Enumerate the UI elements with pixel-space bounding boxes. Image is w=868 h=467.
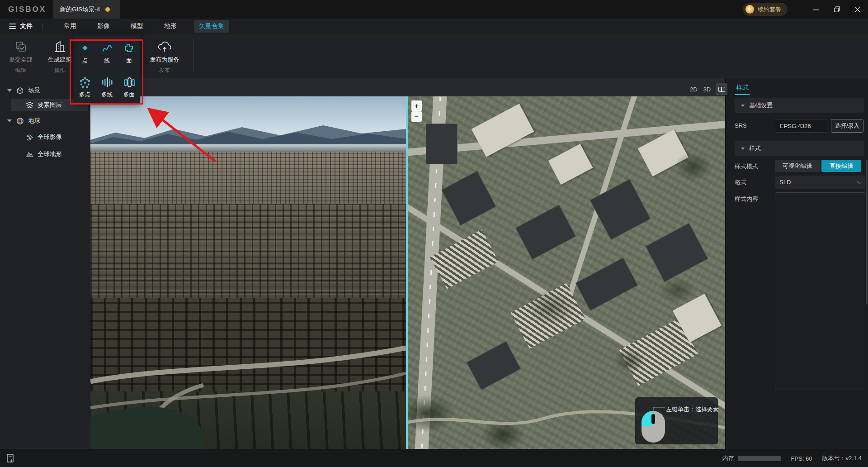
terrain-icon xyxy=(25,151,34,158)
caret-down-icon[interactable] xyxy=(7,89,12,92)
menu-separator xyxy=(42,23,43,30)
tool-multipoint-label: 多点 xyxy=(79,91,90,99)
operation-group-caption: 操作 xyxy=(54,67,65,74)
creek-path xyxy=(408,96,725,449)
menu-file[interactable]: 文件 xyxy=(20,22,33,30)
menu-bar: 文件 常用 影像 模型 地形 矢量合集 xyxy=(0,19,868,34)
app-logo: GISBOX xyxy=(8,0,46,19)
tree-item-global-imagery-label: 全球影像 xyxy=(38,133,62,141)
split-view-button[interactable] xyxy=(716,83,727,95)
polygon-icon xyxy=(123,41,136,56)
menu-imagery[interactable]: 影像 xyxy=(97,22,110,30)
style-mode-label: 样式模式 xyxy=(735,162,758,171)
tool-multipolygon[interactable]: 多面 xyxy=(118,69,140,103)
generate-building-button[interactable] xyxy=(53,39,66,54)
renew-plan-button[interactable]: 续约套餐 xyxy=(743,3,788,16)
line-icon xyxy=(101,41,113,56)
layer-tree-sidebar: 场景 要素图层 地球 全球影像 全球地形 xyxy=(0,78,90,449)
caret-down-icon[interactable] xyxy=(7,119,12,122)
memory-bar xyxy=(738,456,781,461)
tool-point-label: 点 xyxy=(82,57,88,65)
mouse-hint-overlay: 左键单击：选择要素 xyxy=(635,397,718,444)
status-indicators: 内存 FPS: 60 版本号：v2.1.4 xyxy=(722,449,862,467)
restore-button[interactable] xyxy=(826,0,847,19)
style-content-label: 样式内容 xyxy=(735,195,758,203)
menu-common[interactable]: 常用 xyxy=(64,22,76,30)
submit-all-icon xyxy=(14,40,28,53)
memory-indicator: 内存 xyxy=(722,454,781,462)
mouse-icon xyxy=(642,411,665,443)
tool-line-label: 线 xyxy=(104,57,110,65)
split-view-icon xyxy=(718,87,725,92)
menu-model[interactable]: 模型 xyxy=(131,22,143,30)
publish-group-caption: 发布 xyxy=(159,67,170,74)
minimize-button[interactable] xyxy=(806,0,826,19)
globe-icon xyxy=(15,117,24,125)
multiline-icon xyxy=(101,75,113,90)
map-zoom-control: + − xyxy=(411,100,422,122)
menu-vector-collection[interactable]: 矢量合集 xyxy=(194,20,229,33)
tool-polygon[interactable]: 面 xyxy=(118,35,140,69)
visual-edit-button[interactable]: 可视化编辑 xyxy=(775,160,820,172)
building-icon xyxy=(53,40,66,53)
ribbon-separator xyxy=(193,39,194,72)
lightning-icon xyxy=(745,5,754,14)
fps-indicator: FPS: 60 xyxy=(791,455,812,462)
cloud-upload-icon xyxy=(156,40,173,53)
section-style-label: 样式 xyxy=(749,144,761,152)
console-panel-icon xyxy=(6,453,15,463)
multipoint-icon xyxy=(79,75,91,90)
section-style[interactable]: 样式 xyxy=(735,141,864,156)
tool-multiline[interactable]: 多线 xyxy=(96,69,118,103)
srs-input[interactable] xyxy=(775,119,827,133)
srs-select-button[interactable]: 选择/录入 xyxy=(831,119,863,133)
tool-multiline-label: 多线 xyxy=(101,91,113,99)
unsaved-dot-icon xyxy=(105,7,110,12)
version-indicator: 版本号：v2.1.4 xyxy=(822,454,862,462)
status-bar: 内存 FPS: 60 版本号：v2.1.4 xyxy=(0,449,868,467)
view-mode-toggle: 2D 3D xyxy=(689,83,727,95)
tool-multipoint[interactable]: 多点 xyxy=(74,69,96,103)
zoom-out-button[interactable]: − xyxy=(411,111,422,122)
toggle-3d-button[interactable]: 3D xyxy=(703,85,712,94)
scene-tab[interactable]: 新的GIS场景-4 xyxy=(53,0,120,19)
tool-line[interactable]: 线 xyxy=(96,35,118,69)
console-panel-button[interactable] xyxy=(5,453,16,464)
menu-terrain[interactable]: 地形 xyxy=(164,22,177,30)
toggle-2d-button[interactable]: 2D xyxy=(689,85,698,94)
foreground-roads xyxy=(90,96,406,449)
split-view-divider[interactable] xyxy=(406,96,408,449)
submit-all-label: 提交全部 xyxy=(9,56,33,64)
style-content-editor[interactable] xyxy=(775,192,865,390)
tree-item-global-terrain[interactable]: 全球地形 xyxy=(0,148,90,161)
close-button[interactable] xyxy=(847,0,868,19)
renew-plan-label: 续约套餐 xyxy=(758,5,781,14)
vector-tools-panel: 点 线 面 多点 xyxy=(74,35,140,103)
tree-item-earth[interactable]: 地球 xyxy=(0,114,90,127)
tab-style[interactable]: 样式 xyxy=(736,84,749,92)
publish-service-button[interactable] xyxy=(156,39,173,54)
scene-3d-view[interactable] xyxy=(90,96,406,449)
tool-multipolygon-label: 多面 xyxy=(123,91,135,99)
format-select[interactable]: SLD xyxy=(775,176,865,189)
submit-all-button[interactable] xyxy=(14,39,28,54)
point-icon xyxy=(79,41,91,56)
mouse-hint-text: 左键单击：选择要素 xyxy=(666,405,719,414)
app-window: GISBOX 新的GIS场景-4 续约套餐 文件 常用 xyxy=(0,0,868,467)
tree-item-global-imagery[interactable]: 全球影像 xyxy=(0,131,90,143)
tree-item-global-terrain-label: 全球地形 xyxy=(38,150,62,158)
zoom-in-button[interactable]: + xyxy=(411,100,422,111)
direct-edit-button[interactable]: 直接编辑 xyxy=(821,160,861,172)
chevron-down-icon xyxy=(857,179,862,184)
satellite-2d-view[interactable] xyxy=(408,96,725,449)
caret-down-icon xyxy=(741,148,745,150)
section-basic-settings[interactable]: 基础设置 xyxy=(735,98,864,113)
caret-down-icon xyxy=(741,105,745,107)
format-label: 格式 xyxy=(735,178,746,186)
style-panel: 样式 基础设置 SRS 选择/录入 样式 样式模式 可视化编辑 直接编辑 格式 … xyxy=(725,78,868,449)
generate-building-label: 生成建筑 xyxy=(48,56,71,64)
tree-item-feature-layer-label: 要素图层 xyxy=(38,101,62,109)
generate-building-group: 生成建筑 操作 xyxy=(42,34,77,78)
panel-scrollbar[interactable] xyxy=(866,160,868,305)
tool-point[interactable]: 点 xyxy=(74,35,96,69)
